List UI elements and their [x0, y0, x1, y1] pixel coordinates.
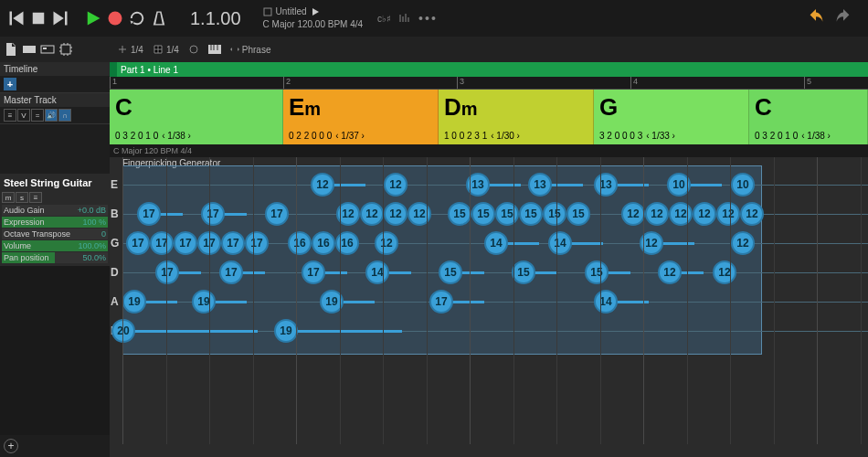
note[interactable]: 15 [495, 202, 519, 226]
note[interactable]: 12 [621, 202, 645, 226]
chord-block[interactable]: Dm1 0 0 2 3 1 ‹ 1/30 › [439, 90, 594, 144]
solo-button[interactable]: s [16, 192, 28, 203]
param-pan-position[interactable]: Pan position50.0% [2, 252, 108, 263]
note[interactable]: 14 [484, 231, 508, 255]
grid-setting[interactable]: 1/4 [153, 44, 179, 55]
note[interactable]: 17 [174, 231, 197, 255]
card1-icon[interactable] [22, 42, 37, 57]
param-volume[interactable]: Volume100.0% [2, 240, 108, 251]
note-editor[interactable]: Fingerpicking Generator EBGDAE 121213131… [110, 157, 868, 444]
note[interactable]: 12 [311, 173, 334, 197]
note[interactable]: 14 [594, 290, 618, 314]
add-track-button[interactable]: + [4, 439, 18, 453]
note[interactable]: 12 [658, 260, 682, 284]
rewind-button[interactable] [7, 9, 26, 27]
phrase-button[interactable]: Phrase [230, 45, 271, 55]
note[interactable]: 12 [645, 202, 669, 226]
mt-speaker-icon[interactable]: 🔊 [45, 109, 58, 122]
mute-button[interactable]: m [2, 192, 15, 203]
note[interactable]: 12 [360, 202, 384, 226]
chord-block[interactable]: Em0 2 2 0 0 0 ‹ 1/37 › [283, 90, 439, 144]
part-strip[interactable]: Part 1 • Line 1 [110, 62, 868, 77]
note[interactable]: 12 [713, 260, 736, 284]
note[interactable]: 15 [439, 260, 462, 284]
note[interactable]: 17 [265, 202, 289, 226]
note[interactable]: 12 [384, 202, 408, 226]
note[interactable]: 15 [566, 202, 590, 226]
note[interactable]: 17 [219, 260, 243, 284]
note[interactable]: 15 [585, 260, 609, 284]
undo-button[interactable] [806, 8, 826, 28]
mt-v-icon[interactable]: V [17, 109, 30, 122]
chord-block[interactable]: G3 2 0 0 0 3 ‹ 1/33 › [594, 90, 749, 144]
more-icon[interactable]: ••• [418, 11, 438, 26]
note[interactable]: 19 [192, 290, 216, 314]
new-file-icon[interactable] [4, 42, 18, 57]
play-small-icon[interactable] [311, 7, 320, 16]
note[interactable]: 20 [111, 319, 135, 343]
note[interactable]: 17 [302, 260, 325, 284]
note[interactable]: 12 [740, 202, 764, 226]
bars-icon[interactable] [398, 12, 411, 25]
project-info: Untitled C Major 120.00 BPM 4/4 [263, 5, 364, 31]
note[interactable]: 17 [245, 231, 269, 255]
note[interactable]: 15 [471, 202, 495, 226]
note[interactable]: 12 [375, 231, 398, 255]
note[interactable]: 16 [312, 231, 335, 255]
note[interactable]: 12 [693, 202, 716, 226]
note[interactable]: 17 [221, 231, 245, 255]
note[interactable]: 12 [384, 173, 408, 197]
project-meta[interactable]: C Major 120.00 BPM 4/4 [263, 18, 364, 31]
chord-icon[interactable]: c♭♯ [377, 14, 391, 24]
chord-block[interactable]: C0 3 2 0 1 0 ‹ 1/38 › [749, 90, 868, 144]
mt-bars-icon[interactable]: ≡ [4, 109, 16, 122]
project-title[interactable]: Untitled [276, 5, 307, 18]
snap-setting[interactable]: 1/4 [117, 44, 143, 55]
add-timeline-button[interactable]: + [4, 78, 16, 90]
note[interactable]: 17 [126, 231, 150, 255]
track-menu-button[interactable]: ≡ [29, 192, 42, 203]
metronome-button[interactable] [150, 9, 168, 27]
note[interactable]: 15 [512, 260, 535, 284]
note[interactable]: 17 [137, 202, 161, 226]
loop-button[interactable] [128, 9, 146, 27]
track-panel[interactable]: Steel String Guitar m s ≡ Audio Gain+0.0… [0, 174, 110, 266]
loop-toggle[interactable] [188, 44, 199, 55]
note[interactable]: 17 [429, 290, 453, 314]
note[interactable]: 17 [201, 202, 225, 226]
note[interactable]: 19 [274, 319, 298, 343]
chord-block[interactable]: C0 3 2 0 1 0 ‹ 1/38 › [110, 90, 283, 144]
keyboard-icon[interactable] [208, 45, 221, 54]
note[interactable]: 17 [150, 231, 174, 255]
note[interactable]: 15 [448, 202, 471, 226]
card2-icon[interactable] [40, 42, 55, 57]
svg-rect-0 [33, 13, 45, 25]
stop-button[interactable] [29, 9, 48, 27]
note[interactable]: 12 [716, 202, 740, 226]
note[interactable]: 12 [408, 202, 431, 226]
note[interactable]: 12 [669, 202, 693, 226]
note[interactable]: 17 [155, 260, 179, 284]
note[interactable]: 13 [594, 173, 618, 197]
mt-eq-icon[interactable]: = [31, 109, 44, 122]
part-handle[interactable] [110, 62, 117, 77]
redo-button[interactable] [833, 8, 853, 28]
chip-icon[interactable] [58, 42, 73, 57]
param-expression[interactable]: Expression100 % [2, 217, 108, 228]
note[interactable]: 12 [731, 231, 755, 255]
note[interactable]: 16 [288, 231, 312, 255]
param-audio-gain[interactable]: Audio Gain+0.0 dB [2, 205, 108, 216]
note[interactable]: 10 [731, 173, 755, 197]
note[interactable]: 19 [122, 290, 146, 314]
param-octave-transpose[interactable]: Octave Transpose0 [2, 228, 108, 239]
timeline-ruler[interactable]: 12345 [110, 77, 868, 90]
mt-headphone-icon[interactable]: ∩ [58, 109, 71, 122]
play-button[interactable] [84, 9, 102, 27]
note[interactable]: 15 [519, 202, 543, 226]
note[interactable]: 15 [543, 202, 566, 226]
note[interactable]: 13 [528, 173, 552, 197]
forward-button[interactable] [51, 9, 69, 27]
record-button[interactable] [106, 9, 124, 27]
note[interactable]: 14 [365, 260, 389, 284]
note[interactable]: 14 [548, 231, 572, 255]
